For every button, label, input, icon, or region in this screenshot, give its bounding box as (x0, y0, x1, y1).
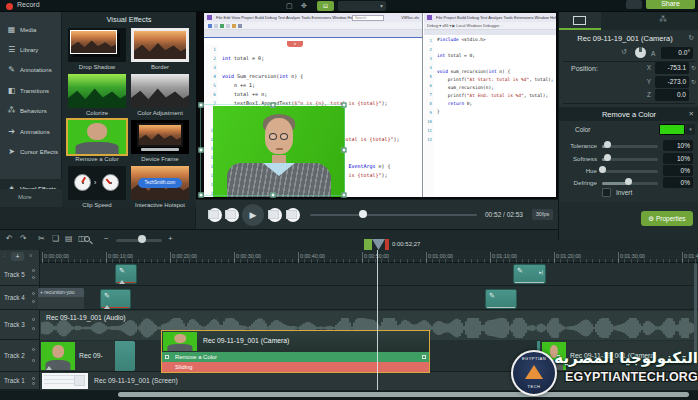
resize-handle[interactable] (342, 148, 347, 153)
playhead-out-handle[interactable] (385, 239, 389, 250)
zoom-out-button[interactable]: − (104, 234, 109, 243)
sidebar-item-transitions[interactable]: ◧Transitions (0, 81, 62, 101)
effect-bar-sliding[interactable]: Sliding (162, 362, 429, 372)
sidebar-item-library[interactable]: ☰Library (0, 40, 62, 60)
paste-button[interactable]: ▤ (65, 234, 73, 243)
collapse-tracks-icon[interactable]: ∨ (29, 252, 33, 258)
timeline-ruler[interactable]: ⋮ + ∨ 0:00:00;000:00:10;000:00:20;000:00… (0, 250, 698, 263)
close-icon[interactable]: ✕ (689, 110, 694, 118)
cut-button[interactable]: ✂ (38, 234, 45, 243)
step-forward-button[interactable]: ▶| (225, 208, 239, 222)
hue-slider-handle[interactable] (599, 166, 606, 173)
canvas-preview[interactable]: File Edit View Project Build Debug Test … (196, 12, 558, 199)
scrubber-handle[interactable] (359, 210, 367, 218)
track-lock-icon[interactable] (32, 276, 35, 279)
selected-camera-clip[interactable]: Rec 09-11-19_001 (Camera) Remove a Color… (161, 330, 430, 373)
effect-interactive-hotspot[interactable]: TechSmith.comInteractive Hotspot (131, 166, 189, 210)
add-track-button[interactable]: + (11, 252, 24, 261)
annotation-clip[interactable]: ✎▸| (513, 264, 546, 284)
resize-handle[interactable] (199, 103, 204, 108)
camera-clip[interactable]: Rec 09- (40, 341, 135, 371)
effect-drop-shadow[interactable]: Drop Shadow (68, 28, 126, 72)
effect-border[interactable]: Border (131, 28, 189, 72)
keyframe-marker[interactable] (46, 366, 52, 370)
sidebar-item-media[interactable]: ▦Media (0, 20, 62, 40)
reset-all-icon[interactable]: ↻ (688, 34, 694, 42)
playhead-line[interactable] (377, 250, 378, 390)
track-toggle-icon[interactable] (32, 348, 35, 351)
undo-button[interactable]: ↶ (6, 234, 13, 243)
sidebar-item-more[interactable]: More (0, 189, 62, 207)
previous-button[interactable]: ‹ (268, 208, 282, 222)
properties-button[interactable]: ⚙ Properties (641, 211, 693, 226)
timeline-zoom-handle[interactable] (138, 235, 146, 243)
track-lock-icon[interactable] (32, 327, 35, 330)
sidebar-item-annotations[interactable]: ✎Annotations (0, 60, 62, 80)
invert-checkbox[interactable] (602, 188, 611, 197)
keyframe-marker[interactable] (104, 305, 110, 309)
crop-icon[interactable]: ▢ (286, 2, 293, 10)
resize-handle[interactable] (270, 103, 275, 108)
sidebar-item-animations[interactable]: ➔Animations (0, 122, 62, 142)
hue-slider-track[interactable] (602, 170, 658, 173)
effect-bar-remove-a-color[interactable]: Remove a Color (162, 352, 429, 362)
next-button[interactable]: › (286, 208, 300, 222)
rotation-dial[interactable] (635, 47, 646, 58)
collapse-effects-chip[interactable]: ∨ (287, 41, 303, 47)
effect-colorize[interactable]: Colorize (68, 74, 126, 118)
effect-clip-speed[interactable]: ›Clip Speed (68, 166, 126, 210)
media-bin-clip[interactable]: + recursion-you (38, 288, 84, 309)
sidebar-item-cursor-effects[interactable]: ➤Cursor Effects (0, 142, 62, 162)
playhead-in-handle[interactable] (364, 239, 372, 250)
copy-button[interactable]: ❏ (52, 234, 59, 243)
pan-icon[interactable]: ✥ (301, 2, 307, 10)
keyframe-marker[interactable] (119, 280, 125, 284)
step-back-button[interactable]: |◀ (208, 208, 222, 222)
reset-icon[interactable]: ↻ (691, 64, 696, 71)
color-swatch[interactable] (659, 124, 685, 135)
tolerance-value-field[interactable]: 10% (663, 140, 693, 151)
resize-handle[interactable] (199, 148, 204, 153)
position-z-field[interactable]: 0.0 (655, 89, 689, 101)
selection-box[interactable] (200, 104, 345, 196)
tab-visual-properties[interactable] (559, 12, 601, 30)
hue-value-field[interactable]: 0% (663, 165, 693, 176)
resize-handle[interactable] (342, 103, 347, 108)
rotation-field[interactable]: 0.0° (661, 47, 693, 59)
resize-handle[interactable] (199, 193, 204, 198)
effect-remove-a-color[interactable]: Remove a Color (68, 120, 126, 164)
track-lock-icon[interactable] (32, 382, 35, 385)
defringe-slider-handle[interactable] (625, 178, 632, 185)
track-row[interactable] (40, 286, 698, 310)
tab-effects[interactable]: ⁂ (601, 12, 643, 30)
effect-device-frame[interactable]: Device Frame (131, 120, 189, 164)
color-dropdown[interactable]: ▾ (686, 124, 695, 135)
position-y-field[interactable]: -273.0 (655, 76, 689, 88)
track-toggle-icon[interactable] (32, 292, 35, 295)
annotation-clip[interactable]: ✎ (485, 289, 517, 309)
topbar-button[interactable] (626, 0, 642, 9)
scrubber-track[interactable] (310, 214, 477, 216)
position-x-field[interactable]: -753.1 (655, 62, 689, 74)
defringe-value-field[interactable]: 0% (663, 177, 693, 188)
track-lock-icon[interactable] (32, 359, 35, 362)
track-toggle-icon[interactable] (32, 318, 35, 321)
record-button[interactable]: Record (17, 1, 40, 8)
track-toggle-icon[interactable] (32, 269, 35, 272)
redo-button[interactable]: ↷ (20, 234, 27, 243)
effect-color-adjustment[interactable]: Color Adjustment (131, 74, 189, 118)
resize-handle[interactable] (342, 193, 347, 198)
share-button[interactable]: Share (646, 0, 695, 9)
softness-value-field[interactable]: 10% (663, 153, 693, 164)
track-row[interactable] (40, 263, 698, 286)
clip-media-row[interactable]: Rec 09-11-19_001 (Camera) (162, 331, 429, 352)
horizontal-scrollbar[interactable] (118, 392, 689, 397)
play-button[interactable]: ▶ (242, 204, 264, 226)
fit-to-canvas-button[interactable]: ⊡ (317, 1, 334, 11)
sidebar-item-behaviors[interactable]: ⁂Behaviors (0, 101, 62, 121)
canvas-zoom-dropdown[interactable]: ▾ (338, 1, 386, 11)
reset-icon[interactable]: ↻ (691, 78, 696, 85)
resize-handle[interactable] (270, 193, 275, 198)
track-lock-icon[interactable] (32, 300, 35, 303)
zoom-in-button[interactable]: + (168, 234, 173, 243)
